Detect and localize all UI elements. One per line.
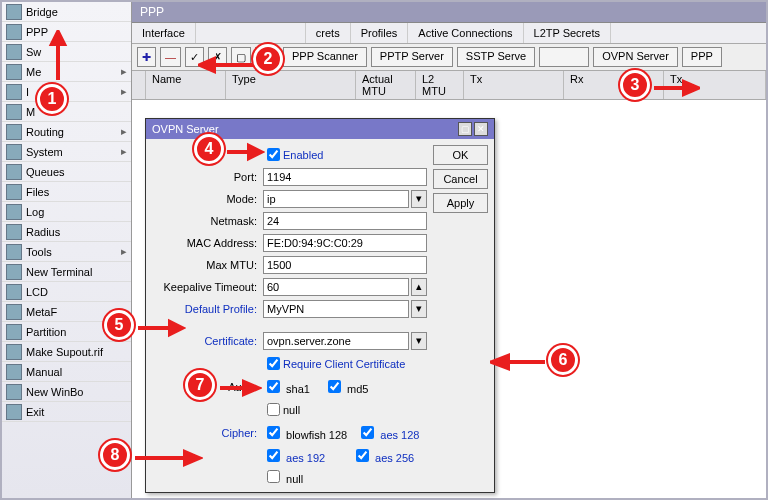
mode-label: Mode: [152,193,257,205]
chevron-right-icon: ▸ [121,85,127,98]
sidebar-item-queues[interactable]: Queues [2,162,131,182]
mac-label: MAC Address: [152,237,257,249]
sidebar-item-new-terminal[interactable]: New Terminal [2,262,131,282]
tools-icon [6,244,22,260]
sidebar-item-lcd[interactable]: LCD [2,282,131,302]
queues-icon [6,164,22,180]
files-icon [6,184,22,200]
cipher-blowfish-checkbox[interactable] [267,426,280,439]
chevron-right-icon: ▸ [121,145,127,158]
profile-label: Default Profile: [152,303,257,315]
cipher-aes256-checkbox[interactable] [356,449,369,462]
minimize-icon[interactable]: ▢ [458,122,472,136]
mpls-icon [6,104,22,120]
sidebar-item-files[interactable]: Files [2,182,131,202]
cert-input[interactable] [263,332,409,350]
sidebar-item-routing[interactable]: Routing▸ [2,122,131,142]
sidebar-item-tools[interactable]: Tools▸ [2,242,131,262]
partition-icon [6,324,22,340]
require-client-cert-checkbox[interactable] [267,357,280,370]
manual-icon [6,364,22,380]
tab-interface[interactable]: Interface [132,23,196,43]
cipher-null-checkbox[interactable] [267,470,280,483]
arrow-6 [490,352,550,372]
cancel-button[interactable]: Cancel [433,169,488,189]
mac-input[interactable] [263,234,427,252]
switch-icon [6,44,22,60]
cipher-aes128-checkbox[interactable] [361,426,374,439]
callout-2: 2 [253,44,283,74]
col-l2-mtu[interactable]: L2 MTU [416,71,464,99]
add-button[interactable]: ✚ [137,47,156,67]
sidebar-item-new-winbox[interactable]: New WinBo [2,382,131,402]
winbox-icon [6,384,22,400]
mode-dropdown[interactable]: ▾ [411,190,427,208]
col-name[interactable]: Name [146,71,226,99]
tab-pppoe-servers[interactable] [196,23,306,43]
window-title: PPP [132,2,766,23]
ppp-icon [6,24,22,40]
port-label: Port: [152,171,257,183]
ok-button[interactable]: OK [433,145,488,165]
require-client-cert-label: Require Client Certificate [283,358,405,370]
pppoe-scan-button[interactable]: PPP [682,47,722,67]
sidebar-item-exit[interactable]: Exit [2,402,131,422]
auth-sha1-checkbox[interactable] [267,380,280,393]
callout-3: 3 [620,70,650,100]
maxmtu-label: Max MTU: [152,259,257,271]
pptp-server-button[interactable]: PPTP Server [371,47,453,67]
apply-button[interactable]: Apply [433,193,488,213]
cipher-aes192-checkbox[interactable] [267,449,280,462]
lcd-icon [6,284,22,300]
col-blank[interactable] [132,71,146,99]
dialog-titlebar[interactable]: OVPN Server ▢ ✕ [146,119,494,139]
profile-dropdown[interactable]: ▾ [411,300,427,318]
tab-l2tp-secrets[interactable]: L2TP Secrets [524,23,611,43]
tab-secrets[interactable]: crets [306,23,351,43]
sidebar-item-log[interactable]: Log [2,202,131,222]
sidebar-item-bridge[interactable]: Bridge [2,2,131,22]
sidebar-item-system[interactable]: System▸ [2,142,131,162]
tab-bar: Interface crets Profiles Active Connecti… [132,23,766,44]
tab-active-connections[interactable]: Active Connections [408,23,523,43]
sidebar-item-radius[interactable]: Radius [2,222,131,242]
radius-icon [6,224,22,240]
remove-button[interactable]: — [160,47,181,67]
col-type[interactable]: Type [226,71,356,99]
chevron-right-icon: ▸ [121,245,127,258]
sidebar-item-mpls[interactable]: M [2,102,131,122]
exit-icon [6,404,22,420]
auth-null-checkbox[interactable] [267,403,280,416]
tab-profiles[interactable]: Profiles [351,23,409,43]
port-input[interactable] [263,168,427,186]
chevron-right-icon: ▸ [121,65,127,78]
arrow-3 [652,78,700,98]
l2tp-server-button[interactable] [539,47,589,67]
arrow-2 [198,55,258,75]
sidebar-item-manual[interactable]: Manual [2,362,131,382]
keepalive-input[interactable] [263,278,409,296]
close-icon[interactable]: ✕ [474,122,488,136]
metarouter-icon [6,304,22,320]
auth-md5-checkbox[interactable] [328,380,341,393]
chevron-right-icon: ▸ [121,125,127,138]
mode-input[interactable] [263,190,409,208]
col-tx[interactable]: Tx [464,71,564,99]
enabled-checkbox[interactable] [267,148,280,161]
callout-8: 8 [100,440,130,470]
ovpn-server-button[interactable]: OVPN Server [593,47,678,67]
callout-6: 6 [548,345,578,375]
callout-5: 5 [104,310,134,340]
sidebar-item-supout[interactable]: Make Supout.rif [2,342,131,362]
ip-icon [6,84,22,100]
maxmtu-input[interactable] [263,256,427,274]
profile-input[interactable] [263,300,409,318]
netmask-input[interactable] [263,212,427,230]
keepalive-toggle[interactable]: ▴ [411,278,427,296]
sstp-server-button[interactable]: SSTP Serve [457,47,535,67]
cert-dropdown[interactable]: ▾ [411,332,427,350]
arrow-8 [133,448,203,468]
cipher-label: Cipher: [152,427,257,439]
ppp-scanner-button[interactable]: PPP Scanner [283,47,367,67]
col-actual-mtu[interactable]: Actual MTU [356,71,416,99]
